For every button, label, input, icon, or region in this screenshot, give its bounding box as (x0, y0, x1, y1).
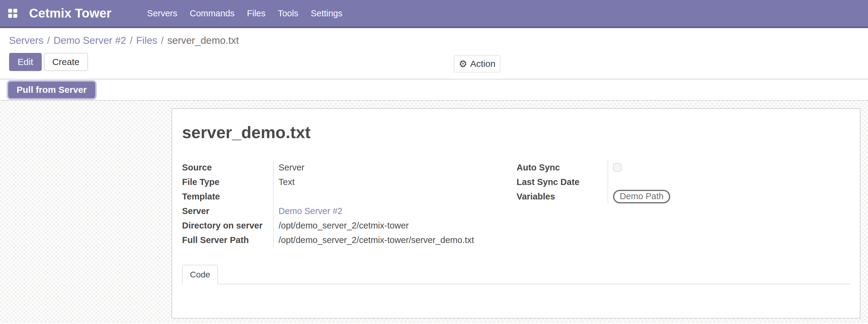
apps-menu-icon-square (13, 14, 17, 18)
field-value-source: Server (273, 160, 517, 175)
main-menu: Servers Commands Files Tools Settings (147, 8, 342, 19)
breadcrumb-separator: / (130, 35, 132, 46)
field-row-full-server-path: Full Server Path/opt/demo_server_2/cetmi… (182, 233, 517, 247)
edit-button[interactable]: Edit (9, 53, 42, 71)
field-label-variables: Variables (517, 189, 608, 204)
field-group-left: SourceServerFile TypeTextTemplateServerD… (182, 160, 517, 247)
tab-code[interactable]: Code (182, 265, 218, 284)
field-area: SourceServerFile TypeTextTemplateServerD… (182, 160, 850, 247)
field-value-text-source: Server (279, 163, 304, 172)
variable-tag[interactable]: Demo Path (613, 190, 670, 203)
menu-item-files[interactable]: Files (247, 8, 266, 19)
field-label-file-type: File Type (182, 175, 273, 189)
gear-icon: ⚙ (459, 59, 467, 69)
control-panel: Servers / Demo Server #2 / Files / serve… (0, 28, 868, 79)
statusbar: Pull from Server (0, 79, 868, 101)
apps-menu-icon-square (8, 9, 12, 13)
field-value-template (273, 189, 517, 204)
breadcrumb-link-demo-server-2[interactable]: Demo Server #2 (54, 35, 126, 46)
field-group-right: Auto SyncLast Sync DateVariablesDemo Pat… (517, 160, 850, 247)
field-value-last-sync-date (608, 175, 850, 189)
field-value-text-full-server-path: /opt/demo_server_2/cetmix-tower/server_d… (279, 235, 474, 245)
menu-item-settings[interactable]: Settings (311, 8, 342, 19)
field-row-server: ServerDemo Server #2 (182, 204, 517, 218)
field-label-last-sync-date: Last Sync Date (517, 175, 608, 189)
menu-item-commands[interactable]: Commands (190, 8, 235, 19)
breadcrumb-separator: / (47, 35, 50, 46)
field-value-variables: Demo Path (608, 189, 850, 204)
field-value-text-directory-on-server: /opt/demo_server_2/cetmix-tower (279, 221, 409, 231)
pull-from-server-button[interactable]: Pull from Server (8, 82, 95, 98)
field-label-full-server-path: Full Server Path (182, 233, 273, 247)
create-button[interactable]: Create (44, 53, 88, 71)
menu-item-servers[interactable]: Servers (147, 8, 177, 19)
action-button[interactable]: ⚙ Action (454, 55, 500, 72)
field-value-server: Demo Server #2 (273, 204, 517, 218)
field-label-server: Server (182, 204, 273, 218)
top-navbar: Cetmix Tower Servers Commands Files Tool… (0, 0, 868, 28)
apps-menu-icon-square (8, 14, 12, 18)
breadcrumb-link-servers[interactable]: Servers (9, 35, 43, 46)
field-row-auto-sync: Auto Sync (517, 160, 850, 175)
field-row-last-sync-date: Last Sync Date (517, 175, 850, 189)
auto-sync-checkbox[interactable] (613, 163, 621, 172)
control-panel-buttons: Edit Create (9, 53, 859, 71)
field-value-file-type: Text (273, 175, 517, 189)
field-value-text-file-type: Text (279, 177, 294, 187)
form-sheet: server_demo.txt SourceServerFile TypeTex… (172, 108, 861, 319)
breadcrumb-separator: / (161, 35, 164, 46)
brand-title[interactable]: Cetmix Tower (29, 6, 111, 21)
field-row-source: SourceServer (182, 160, 517, 175)
breadcrumb-link-files[interactable]: Files (136, 35, 157, 46)
field-label-directory-on-server: Directory on server (182, 218, 273, 233)
tab-bar: Code (182, 265, 850, 284)
field-label-source: Source (182, 160, 273, 175)
field-value-full-server-path: /opt/demo_server_2/cetmix-tower/server_d… (273, 233, 517, 247)
field-label-auto-sync: Auto Sync (517, 160, 608, 175)
apps-menu-icon[interactable] (8, 9, 17, 18)
server-link[interactable]: Demo Server #2 (279, 206, 342, 216)
apps-menu-icon-square (13, 9, 17, 13)
breadcrumb: Servers / Demo Server #2 / Files / serve… (9, 34, 859, 47)
field-value-auto-sync (608, 160, 850, 175)
notebook: Code (182, 265, 850, 284)
breadcrumb-current: server_demo.txt (167, 35, 239, 46)
field-value-directory-on-server: /opt/demo_server_2/cetmix-tower (273, 218, 517, 233)
field-row-variables: VariablesDemo Path (517, 189, 850, 204)
menu-item-tools[interactable]: Tools (278, 8, 299, 19)
field-label-template: Template (182, 189, 273, 204)
field-row-template: Template (182, 189, 517, 204)
page-title: server_demo.txt (182, 123, 850, 142)
field-row-file-type: File TypeText (182, 175, 517, 189)
action-button-label: Action (470, 59, 495, 69)
field-row-directory-on-server: Directory on server/opt/demo_server_2/ce… (182, 218, 517, 233)
